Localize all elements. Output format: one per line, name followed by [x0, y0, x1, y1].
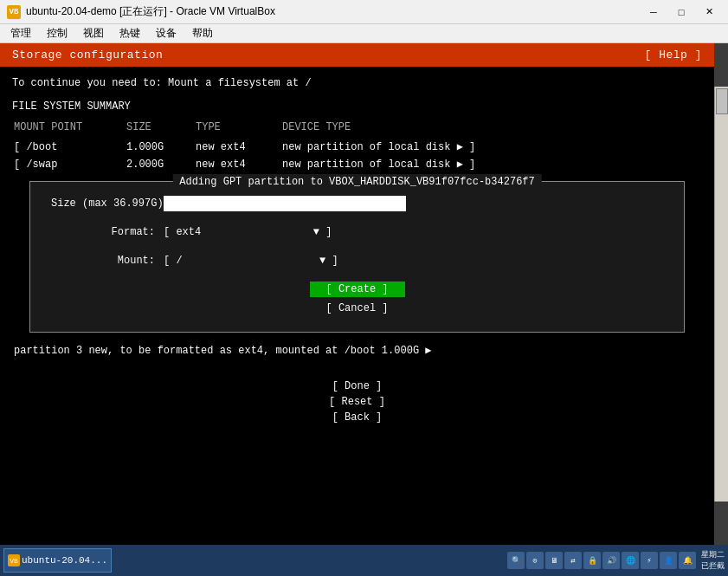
instruction-text: To continue you need to: Mount a filesys…: [12, 75, 702, 92]
tray-icon-2: ⊙: [526, 552, 544, 569]
menu-help[interactable]: 帮助: [185, 24, 220, 42]
menu-bar: 管理 控制 视图 热键 设备 帮助: [0, 24, 728, 43]
table-row: [ /swap 2.000G new ext4 new partition of…: [14, 156, 702, 173]
title-bar: VB ubuntu-20.04-demo [正在运行] - Oracle VM …: [0, 0, 728, 24]
row1-device: new partition of local disk ▶ ]: [282, 139, 475, 156]
vm-screen: Storage configuration [ Help ] To contin…: [0, 43, 714, 545]
format-row: Format: [ ext4 ▼ ]: [51, 224, 663, 241]
help-button[interactable]: [ Help ]: [645, 49, 702, 61]
col-type: TYPE: [196, 119, 265, 136]
format-select[interactable]: [ ext4 ▼ ]: [164, 224, 332, 241]
mount-label: Mount:: [51, 253, 155, 269]
size-input[interactable]: [164, 196, 406, 211]
app-icon: VB: [7, 5, 21, 19]
terminal-body: To continue you need to: Mount a filesys…: [0, 67, 714, 441]
taskbar-vm-item[interactable]: VB ubuntu-20.04...: [3, 548, 112, 573]
maximize-button[interactable]: □: [669, 3, 693, 21]
col-mount: MOUNT POINT: [14, 119, 109, 136]
taskbar-time: 星期二已拦截: [701, 549, 725, 572]
storage-config-header: Storage configuration [ Help ]: [0, 43, 714, 67]
minimize-button[interactable]: ─: [641, 3, 666, 21]
taskbar-vb-icon: VB: [8, 554, 20, 566]
mount-arrow: ▼ ]: [319, 253, 338, 269]
col-device: DEVICE TYPE: [282, 119, 351, 136]
dialog-overlay: Adding GPT partition to VBOX_HARDDISK_VB…: [29, 181, 685, 333]
create-button[interactable]: [ Create ]: [310, 282, 405, 297]
taskbar: VB ubuntu-20.04... 🔍 ⊙ 🖥 ⇄ 🔒 🔊 🌐 ⚡ 👤 🔔 星…: [0, 545, 728, 576]
tray-icon-10: 🔔: [679, 552, 696, 569]
size-label: Size (max 36.997G):: [51, 196, 155, 212]
tray-icon-7: 🌐: [622, 552, 639, 569]
mount-select[interactable]: [ / ▼ ]: [164, 253, 338, 269]
bottom-buttons: [ Done ] [ Reset ] [ Back ]: [12, 363, 702, 432]
taskbar-system-tray: 🔍 ⊙ 🖥 ⇄ 🔒 🔊 🌐 ⚡ 👤 🔔 星期二已拦截: [507, 549, 725, 572]
menu-hotkey[interactable]: 热键: [113, 24, 147, 42]
mount-row: Mount: [ / ▼ ]: [51, 253, 663, 269]
menu-manage[interactable]: 管理: [3, 24, 38, 42]
done-button[interactable]: [ Done ]: [310, 380, 405, 392]
scrollbar[interactable]: [714, 87, 728, 502]
section-title: FILE SYSTEM SUMMARY: [12, 99, 702, 115]
back-button[interactable]: [ Back ]: [310, 411, 405, 424]
row2-device: new partition of local disk ▶ ]: [282, 156, 475, 173]
filesystem-table: MOUNT POINT SIZE TYPE DEVICE TYPE [ /boo…: [14, 119, 702, 173]
vm-window: Storage configuration [ Help ] To contin…: [0, 43, 728, 545]
tray-icon-9: 👤: [660, 552, 677, 569]
tray-icon-4: ⇄: [564, 552, 582, 569]
mount-value: [ /: [164, 253, 183, 269]
format-value: [ ext4: [164, 224, 201, 241]
dialog-box: Adding GPT partition to VBOX_HARDDISK_VB…: [29, 181, 685, 333]
reset-button[interactable]: [ Reset ]: [310, 396, 405, 408]
window-controls: ─ □ ✕: [641, 3, 721, 21]
storage-config-title: Storage configuration: [12, 49, 163, 61]
partition-info: partition 3 new, to be formatted as ext4…: [12, 340, 702, 363]
scrollbar-thumb[interactable]: [716, 88, 728, 114]
format-label: Format:: [51, 224, 155, 241]
dialog-buttons: [ Create ] [ Cancel ]: [51, 282, 663, 316]
row1-type: new ext4: [196, 139, 265, 156]
tray-icon-3: 🖥: [545, 552, 563, 569]
taskbar-item-label: ubuntu-20.04...: [22, 555, 107, 566]
format-arrow: ▼ ]: [313, 224, 332, 241]
row1-mount: [ /boot: [14, 139, 109, 156]
tray-icon-8: ⚡: [641, 552, 658, 569]
menu-device[interactable]: 设备: [149, 24, 184, 42]
row2-size: 2.000G: [126, 156, 178, 173]
menu-control[interactable]: 控制: [40, 24, 74, 42]
row1-size: 1.000G: [126, 139, 178, 156]
close-button[interactable]: ✕: [697, 3, 721, 21]
size-row: Size (max 36.997G):: [51, 196, 663, 212]
tray-icon-6: 🔊: [602, 552, 620, 569]
col-size: SIZE: [126, 119, 178, 136]
window-title: ubuntu-20.04-demo [正在运行] - Oracle VM Vir…: [26, 4, 641, 19]
cancel-button[interactable]: [ Cancel ]: [310, 301, 405, 316]
tray-icon-1: 🔍: [507, 552, 525, 569]
tray-icon-5: 🔒: [583, 552, 601, 569]
dialog-title: Adding GPT partition to VBOX_HARDDISK_VB…: [172, 174, 541, 191]
menu-view[interactable]: 视图: [76, 24, 111, 42]
row2-type: new ext4: [196, 156, 265, 173]
table-row: [ /boot 1.000G new ext4 new partition of…: [14, 139, 702, 156]
row2-mount: [ /swap: [14, 156, 109, 173]
